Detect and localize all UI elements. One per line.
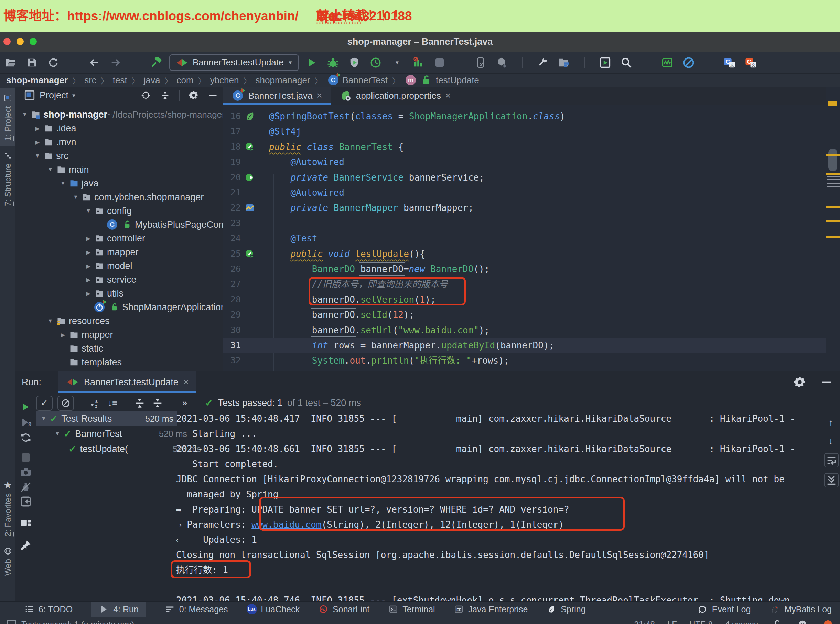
minus-button[interactable] (206, 89, 219, 102)
chevron-right-icon[interactable]: ▶ (85, 249, 92, 256)
close-icon[interactable]: × (445, 91, 451, 100)
tree-item-templates[interactable]: templates (15, 355, 223, 369)
gtrans-orange-button[interactable]: G文 (744, 56, 757, 69)
expand-all-button[interactable] (133, 397, 146, 410)
chevron-down-icon[interactable]: ▼ (47, 167, 54, 173)
open-project-button[interactable] (4, 56, 17, 69)
testpass-gutter-icon[interactable] (244, 249, 255, 259)
tree-item-utils[interactable]: ▶utils (15, 287, 223, 300)
playframe-button[interactable] (599, 56, 611, 69)
locate-button[interactable] (139, 89, 152, 102)
inspection-status-marker[interactable] (828, 101, 837, 106)
bottom-tab-sonarlint[interactable]: SonarLint (318, 602, 369, 617)
info-stripe-mark[interactable] (826, 176, 840, 177)
wrench-button[interactable] (536, 56, 549, 69)
chevron-right-icon[interactable]: ▶ (85, 235, 92, 242)
collapse-all-button[interactable] (159, 89, 171, 102)
down-arrow-button[interactable]: ↓ (824, 434, 837, 448)
code-editor-surface[interactable]: 15//classes 指定启动类16@SpringBootTest(class… (223, 105, 826, 371)
chevron-right-icon[interactable]: ▶ (85, 263, 92, 269)
warning-stripe-mark[interactable] (826, 206, 840, 208)
chevron-right-icon[interactable]: ▶ (85, 276, 92, 283)
ban-button[interactable] (682, 56, 695, 69)
bottom-tab-terminal[interactable]: Terminal (388, 602, 435, 617)
bean-gutter-icon[interactable] (244, 172, 255, 183)
warning-stripe-mark[interactable] (826, 154, 840, 156)
tree-item-mapper[interactable]: ▶mapper (15, 245, 223, 259)
hammer-button[interactable] (150, 56, 163, 69)
close-icon[interactable]: × (317, 91, 322, 100)
forward-button[interactable] (109, 56, 122, 69)
breadcrumb-item-shopmanager[interactable]: shopmanager (256, 75, 310, 86)
breadcrumb-item-ybchen[interactable]: ybchen (210, 75, 239, 86)
chevron-down-icon[interactable]: ▼ (21, 111, 28, 117)
tool-window-button-web[interactable]: Web (0, 541, 15, 581)
chevron-down-icon[interactable]: ▼ (55, 431, 60, 437)
bottom-tab-mybatislog[interactable]: MyBatis Log (770, 602, 832, 617)
breadcrumb-item-src[interactable]: src (84, 75, 96, 86)
exit-run-button[interactable] (19, 495, 32, 508)
tree-item-java[interactable]: ▼java (15, 176, 223, 190)
run-tab[interactable]: BannerTest.testUpdate × (59, 371, 196, 393)
device-button[interactable] (474, 56, 487, 69)
tree-item-.idea[interactable]: ▶.idea (15, 121, 223, 135)
soft-wrap-button[interactable] (824, 453, 838, 468)
run-button[interactable] (305, 56, 318, 69)
dbl-chev-button[interactable]: » (178, 397, 191, 410)
run-configuration-select[interactable]: BannerTest.testUpdate ▼ (169, 54, 299, 71)
mapperdb-gutter-icon[interactable] (244, 202, 255, 213)
console-link[interactable]: www.baidu.com (252, 519, 322, 530)
info-stripe-mark[interactable] (826, 186, 840, 187)
collapse-all-button[interactable] (151, 397, 164, 410)
lock-open-sm-button[interactable] (771, 618, 784, 624)
info-stripe-mark[interactable] (826, 183, 840, 184)
tree-item-src[interactable]: ▼src (15, 149, 223, 163)
sort-list-button[interactable]: ↓≡ (106, 397, 119, 410)
editor-area[interactable]: CBannerTest.java×application.properties×… (223, 86, 840, 371)
close-icon[interactable]: × (183, 377, 189, 387)
tree-item-shop-manager[interactable]: ▼shop-manager ~/IdeaProjects/shop-manage… (15, 108, 223, 121)
status-widget[interactable]: LF (667, 619, 677, 624)
leaf-gutter-icon[interactable] (244, 111, 255, 122)
tree-item-resources[interactable]: ▼resources (15, 314, 223, 328)
gear-button[interactable] (187, 89, 200, 102)
editor-error-stripe[interactable] (826, 86, 840, 371)
chevron-down-icon[interactable]: ▼ (85, 208, 92, 214)
breadcrumb-item-com[interactable]: com (177, 75, 194, 86)
tool-window-toggle-icon[interactable] (7, 620, 16, 624)
mute-bug-button[interactable] (19, 480, 32, 494)
tree-item-.mvn[interactable]: ▶.mvn (15, 135, 223, 149)
refresh-run-button[interactable] (19, 431, 32, 444)
project-panel-title[interactable]: Project (40, 90, 68, 101)
warning-stripe-mark[interactable] (826, 236, 840, 238)
tool-window-button-favorites[interactable]: ★2: Favorites (0, 476, 15, 541)
bottom-tab-todo[interactable]: 6: TODO (24, 602, 73, 617)
chevron-down-icon[interactable]: ▼ (47, 318, 54, 324)
tool-window-button-structure[interactable]: 7: Structure (0, 145, 15, 211)
back-button[interactable] (88, 56, 101, 69)
layout-button[interactable] (19, 516, 32, 530)
debug-button[interactable] (326, 56, 340, 69)
minus-button[interactable] (820, 375, 833, 389)
editor-tab-application.properties[interactable]: application.properties× (330, 86, 459, 105)
tree-item-MybatisPlusPageConfig[interactable]: CMybatisPlusPageConfig (15, 218, 223, 232)
modules-button[interactable] (557, 56, 571, 69)
chevron-down-icon[interactable]: ▼ (60, 180, 66, 187)
chevron-right-icon[interactable]: ▶ (60, 332, 66, 338)
editor-tab-BannerTest.java[interactable]: CBannerTest.java× (223, 86, 330, 105)
gtrans-blue-button[interactable]: G文 (723, 56, 736, 69)
bottom-tab-eventlog[interactable]: Event Log (698, 602, 751, 617)
bottom-tab-messages[interactable]: 0: Messages (165, 602, 228, 617)
check-toggle-button[interactable]: ✓ (36, 395, 52, 411)
info-stripe-mark[interactable] (826, 179, 840, 180)
profiler-button[interactable] (369, 56, 382, 69)
tree-item-mapper[interactable]: ▶mapper (15, 328, 223, 341)
run-console[interactable]: 2021-03-06 15:40:48.417 INFO 31855 --- [… (176, 413, 825, 601)
pin-button[interactable] (19, 539, 32, 552)
breadcrumb-item-BannerTest[interactable]: CBannerTest (327, 74, 388, 86)
ban-toggle-button[interactable] (57, 395, 74, 411)
status-widget[interactable]: UTF-8 (689, 619, 713, 624)
stop-gray-button[interactable] (19, 451, 32, 464)
stop-button[interactable] (433, 56, 446, 69)
chevron-right-icon[interactable]: ▶ (85, 290, 92, 297)
